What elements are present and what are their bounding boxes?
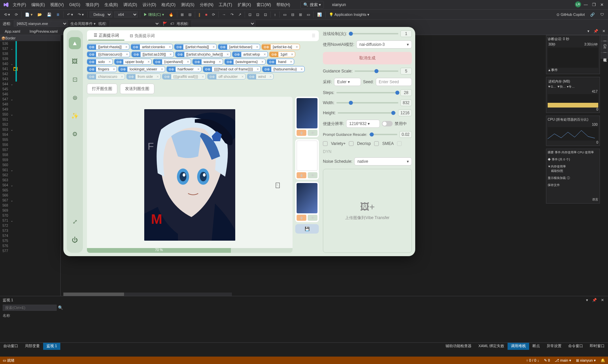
close-button[interactable]: ✕ (599, 1, 605, 8)
user-avatar[interactable]: LR (575, 1, 581, 7)
breadcrumb[interactable]: 📦 Border (0, 35, 60, 41)
thumb-3-view[interactable]: 👁 (308, 215, 317, 221)
tag-remove[interactable]: × (288, 59, 294, 64)
tag-remove[interactable]: × (155, 74, 160, 79)
tag-weight-controls[interactable]: ⊖⊕ (115, 59, 123, 64)
saveall-button[interactable]: 🗎 (55, 12, 61, 17)
dyn-checkbox[interactable] (397, 141, 402, 146)
tag-remove[interactable]: × (211, 44, 216, 50)
menu-project[interactable]: 项目(P) (84, 0, 101, 9)
prompt-tag[interactable]: ⊖⊕waving× (192, 59, 223, 65)
tag-weight-controls[interactable]: ⊖⊕ (208, 74, 216, 79)
watch-dropdown[interactable]: ▾ (585, 297, 589, 303)
hot-reload-button[interactable]: 🔥 (168, 12, 175, 18)
tabs-pin[interactable]: 📌 (592, 28, 600, 34)
tabs-dropdown[interactable]: ▾ (586, 28, 591, 34)
prompt-tag[interactable]: ⊖⊕{hatsunemiku}× (262, 66, 305, 72)
menu-design[interactable]: 设计(D) (141, 0, 158, 9)
maximize-button[interactable]: ❐ (590, 1, 597, 8)
side-tab-1[interactable]: 解决方案资源管理器 (601, 35, 608, 41)
stop-button[interactable]: ■ (204, 12, 209, 17)
menu-file[interactable]: 文件(F) (11, 0, 28, 9)
tag-remove[interactable]: × (294, 44, 300, 50)
tag-weight-controls[interactable]: ⊖⊕ (87, 67, 96, 72)
thread-select[interactable] (110, 21, 160, 27)
prompt-tag[interactable]: ⊖⊕artist:wlop× (232, 51, 268, 57)
tag-weight-controls[interactable]: ⊖⊕ (87, 44, 96, 50)
preset-select[interactable]: 1216*832 ▾ (346, 120, 380, 128)
admin-button[interactable]: 🛡 (599, 12, 605, 17)
prompt-tag[interactable]: ⊖⊕off shoulder× (207, 73, 246, 80)
menu-tools[interactable]: 工具(T) (217, 0, 234, 9)
tabs-close[interactable]: ✕ (601, 28, 607, 34)
btab-autos[interactable]: 自动窗口 (0, 343, 22, 350)
menu-view[interactable]: 视图(V) (48, 0, 66, 9)
main-preview[interactable]: M F ↖ 70 % (87, 97, 293, 253)
tag-remove[interactable]: × (119, 74, 125, 79)
git-updown[interactable]: ↑ 0 / 0 ↓ (526, 358, 539, 362)
tag-weight-controls[interactable]: ⊖⊕ (175, 44, 183, 50)
prompt-tag[interactable]: ⊖⊕[[artist:sho(sho_lwlw)]]× (175, 51, 231, 57)
tb-layout1[interactable]: ▭ (282, 12, 288, 18)
tag-remove[interactable]: × (225, 52, 230, 57)
tb-layout2[interactable]: ⊟ (290, 12, 296, 18)
tag-remove[interactable]: × (185, 59, 190, 64)
tag-weight-controls[interactable]: ⊖⊕ (87, 74, 96, 79)
tag-remove[interactable]: × (146, 59, 151, 64)
btab-immediate[interactable]: 即时窗口 (586, 343, 608, 350)
mem-graph[interactable] (548, 94, 598, 108)
tag-weight-controls[interactable]: ⊖⊕ (127, 74, 135, 79)
sb-image[interactable]: 🖼 (69, 55, 81, 67)
tag-remove[interactable]: × (111, 66, 117, 72)
prompt-tag[interactable]: ⊖⊕{openhand}× (153, 59, 191, 65)
step-out[interactable]: ↗ (237, 12, 243, 18)
btab-a11y[interactable]: 辅助功能检查器 (442, 343, 475, 350)
prompt-tag[interactable]: ⊖⊕wind× (247, 73, 274, 80)
btab-exceptions[interactable]: 异常设置 (543, 343, 565, 350)
decrisp-checkbox[interactable] (349, 141, 354, 146)
tb-icon-flag[interactable]: 🚩 (163, 22, 168, 26)
menu-extensions[interactable]: 扩展(X) (236, 0, 253, 9)
tag-weight-controls[interactable]: ⊖⊕ (153, 59, 162, 64)
menu-format[interactable]: 格式(O) (159, 0, 177, 9)
prompt-tag[interactable]: ⊖⊕[[artist:as109]]× (131, 51, 174, 57)
thumb-3[interactable]: 🗑👁 (295, 182, 319, 222)
noise-select[interactable]: native ▾ (354, 157, 412, 165)
continue-button[interactable]: ▶ 继续(C) ▾ (142, 11, 165, 18)
watch-search[interactable] (3, 305, 57, 311)
lifecycle-label[interactable]: 生命周期事件 ▾ (70, 21, 96, 26)
tag-weight-controls[interactable]: ⊖⊕ (233, 52, 241, 57)
tag-remove[interactable]: × (196, 66, 201, 72)
prompt-tag[interactable]: ⊖⊕chiaroscuro× (87, 73, 125, 80)
variety-checkbox[interactable] (323, 141, 328, 146)
prompt-tag[interactable]: ⊖⊕1girl× (269, 51, 295, 57)
thumb-2[interactable]: 🗑👁 (295, 139, 319, 180)
tag-weight-controls[interactable]: ⊖⊕ (132, 52, 141, 57)
btab-locals[interactable]: 局部变量 (22, 343, 43, 350)
watch-pin[interactable]: 📌 (591, 297, 598, 303)
watch-close[interactable]: ✕ (600, 297, 605, 303)
btab-watch1[interactable]: 监视 1 (43, 343, 60, 350)
menu-git[interactable]: Git(G) (67, 0, 82, 9)
preset-toggle[interactable] (382, 121, 393, 126)
gscale-slider[interactable] (355, 68, 398, 74)
list-toggle[interactable]: ☰ (309, 32, 317, 40)
undo-button[interactable]: ↶ ▾ (66, 12, 74, 18)
side-tab-2[interactable]: Git 更改 (601, 41, 608, 53)
height-slider[interactable] (338, 110, 396, 116)
btab-command[interactable]: 命令窗口 (565, 343, 586, 350)
menu-edit[interactable]: 编辑(E) (29, 0, 47, 9)
restart-button[interactable]: ⟳ (211, 12, 216, 18)
thumb-1-delete[interactable]: 🗑 (297, 130, 306, 136)
prompt-tag[interactable]: ⊖⊕{{{graffiti wall}}}× (162, 73, 206, 80)
smea-checkbox[interactable] (374, 141, 379, 146)
prompt-tag[interactable]: ⊖⊕hand× (267, 59, 294, 65)
tag-remove[interactable]: × (107, 59, 112, 64)
project-name[interactable]: ⊞ xianyun ▾ (576, 358, 596, 363)
tab-app-xaml[interactable]: App.xaml (0, 28, 25, 35)
menu-build[interactable]: 生成(B) (102, 0, 120, 9)
sb-transform[interactable]: ⊡ (69, 73, 81, 86)
diag-summary-tabs[interactable]: 摘要 事件 内存使用率 CPU 使用率 (548, 150, 598, 155)
tab-negative[interactable]: ⊟负面提示词 (124, 32, 160, 40)
vibe-upload[interactable]: 🖼+ 上传图像到Vibe Transfer (323, 169, 412, 253)
